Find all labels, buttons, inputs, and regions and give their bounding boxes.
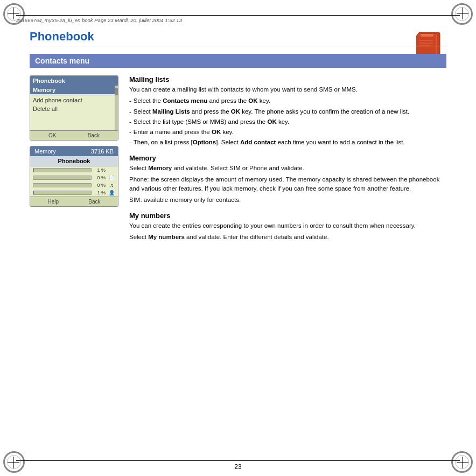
mynumbers-text1: You can create the entries corresponding…	[129, 221, 446, 230]
phonebook-subheader: Phonebook	[30, 156, 118, 166]
scrollbar-1[interactable]	[115, 86, 118, 130]
page-number: 23	[234, 463, 241, 471]
footer-ok[interactable]: OK	[48, 132, 56, 138]
memory-bar-bg-1	[33, 168, 92, 172]
mynumbers-heading: My numbers	[129, 212, 446, 220]
two-col-layout: Phonebook Memory Add phone contact Delet…	[30, 75, 446, 248]
memory-pct-3: 0 %	[94, 183, 106, 188]
mynumbers-section: My numbers You can create the entries co…	[129, 212, 446, 242]
menu-item-add-phone[interactable]: Add phone contact	[30, 96, 115, 104]
phone-footer-2: Help Back	[30, 197, 118, 206]
phone-screen-2: Memory 3716 KB Phonebook 1 % 0 %	[30, 146, 118, 207]
memory-text1: Select Memory and validate. Select SIM o…	[129, 164, 446, 173]
menu-item-delete-all[interactable]: Delete all	[30, 104, 115, 113]
mailing-intro: You can create a mailing list with conta…	[129, 85, 446, 94]
section-header: Contacts menu	[30, 54, 446, 68]
mailing-step-4: - Enter a name and press the OK key.	[129, 128, 446, 137]
mailing-step-2: - Select Mailing Lists and press the OK …	[129, 107, 446, 116]
memory-pct-1: 1 %	[94, 167, 106, 173]
footer-back[interactable]: Back	[88, 132, 100, 138]
phone-screen2-header: Memory 3716 KB	[30, 146, 118, 156]
mailing-step-1: - Select the Contacts menu and press the…	[129, 96, 446, 106]
memory-bar-fill-4	[33, 191, 34, 194]
mailing-step-5: - Then, on a list press [Options]. Selec…	[129, 138, 446, 147]
left-column: Phonebook Memory Add phone contact Delet…	[30, 75, 118, 248]
mailing-step-3: - Select the list type (SMS or MMS) and …	[129, 117, 446, 127]
mailing-step-3-text: Select the list type (SMS or MMS) and pr…	[134, 117, 289, 127]
dash-5: -	[129, 138, 131, 147]
mailing-step-5-text: Then, on a list press [Options]. Select …	[134, 138, 405, 147]
stamp-line: 251669764_myX5-2a_lu_en.book Page 23 Mar…	[16, 17, 460, 23]
title-divider	[30, 46, 446, 46]
dash-2: -	[129, 107, 131, 116]
phone-screen1-header: Phonebook	[30, 76, 118, 86]
main-content: Phonebook Contacts menu Phonebook Memory…	[30, 30, 446, 452]
memory-bar-bg-3	[33, 183, 92, 187]
dash-4: -	[129, 128, 131, 137]
memory-text3: SIM: available memory only for contacts.	[129, 195, 446, 205]
memory-section: Memory Select Memory and validate. Selec…	[129, 154, 446, 205]
memory-row-3: 0 % ♫	[30, 181, 118, 189]
memory-bar-bg-2	[33, 176, 92, 180]
mynumbers-text2: Select My numbers and validate. Enter th…	[129, 233, 446, 242]
mailing-step-1-text: Select the Contacts menu and press the O…	[134, 96, 270, 106]
crosshair-br	[457, 457, 468, 468]
memory-heading: Memory	[129, 154, 446, 162]
phone-footer-1: OK Back	[30, 130, 118, 140]
top-border	[16, 15, 460, 16]
page-title: Phonebook	[30, 30, 446, 44]
mailing-section: Mailing lists You can create a mailing l…	[129, 75, 446, 148]
memory-row-1: 1 %	[30, 166, 118, 174]
scrollbar-thumb-1	[115, 88, 118, 95]
right-column: Mailing lists You can create a mailing l…	[129, 75, 446, 248]
phone-screen-1: Phonebook Memory Add phone contact Delet…	[30, 75, 118, 141]
memory-bar-fill-1	[33, 169, 34, 172]
menu-item-memory[interactable]: Memory	[30, 86, 115, 94]
memory-pct-2: 0 %	[94, 175, 106, 180]
mynumbers-body: You can create the entries corresponding…	[129, 221, 446, 242]
memory-row-4: 1 % 👤	[30, 189, 118, 197]
dash-1: -	[129, 96, 131, 106]
memory-pct-4: 1 %	[94, 190, 106, 195]
bottom-border	[16, 460, 460, 461]
memory-text2: Phone: the screen displays the amount of…	[129, 175, 446, 194]
memory-icon-3: ♫	[108, 183, 115, 188]
crosshair-bl	[8, 457, 19, 468]
mailing-step-4-text: Enter a name and press the OK key.	[134, 128, 234, 137]
menu-divider	[30, 95, 115, 95]
footer-help[interactable]: Help	[48, 199, 59, 205]
mailing-heading: Mailing lists	[129, 75, 446, 83]
memory-row-2: 0 % 📄	[30, 174, 118, 181]
footer-back2[interactable]: Back	[88, 199, 100, 205]
memory-bar-bg-4	[33, 191, 92, 195]
memory-icon-4: 👤	[108, 190, 115, 195]
memory-size: 3716 KB	[91, 148, 114, 155]
memory-body: Select Memory and validate. Select SIM o…	[129, 164, 446, 205]
memory-label: Memory	[34, 148, 56, 155]
memory-icon-2: 📄	[108, 175, 115, 180]
mailing-step-2-text: Select Mailing Lists and press the OK ke…	[134, 107, 409, 116]
dash-3: -	[129, 117, 131, 127]
